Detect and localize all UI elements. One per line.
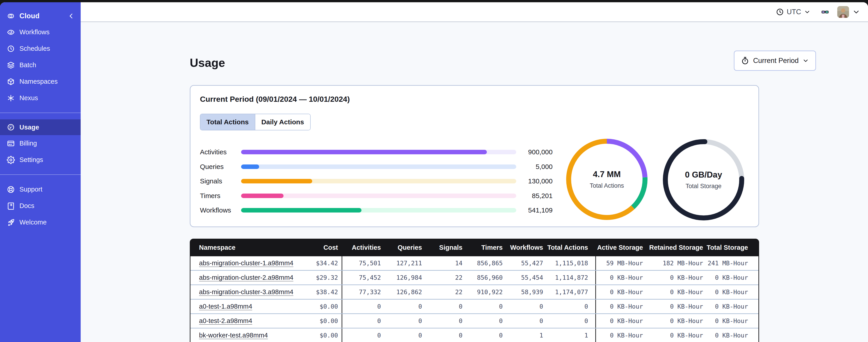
schedules-icon: [7, 45, 15, 53]
table-body: abs-migration-cluster-1.a98mm4$34.4275,5…: [190, 256, 759, 342]
total-storage-donut: 0 GB/Day Total Storage: [660, 137, 746, 223]
cell-workflows: 55,427: [506, 260, 546, 267]
cell-workflows: 58,939: [506, 288, 546, 296]
column-header-workflows: Workflows: [506, 244, 546, 251]
bar-value: 5,000: [516, 163, 553, 171]
sidebar-item-nexus[interactable]: Nexus: [0, 90, 81, 106]
sidebar-item-label: Batch: [20, 61, 36, 69]
cell-timers: 856,960: [466, 274, 506, 281]
cell-retained_storage: 0 KB-Hour: [646, 303, 706, 310]
cell-activities: 0: [342, 314, 384, 328]
avatar: [837, 6, 849, 18]
sidebar-collapse-button[interactable]: [67, 12, 75, 20]
usage-bar-chart: Activities900,000Queries5,000Signals130,…: [200, 145, 553, 218]
cell-total_actions: 1: [546, 332, 595, 339]
sidebar-item-billing[interactable]: Billing: [0, 135, 81, 151]
sidebar-item-settings[interactable]: Settings: [0, 151, 81, 168]
sidebar-nav: WorkflowsSchedulesBatchNamespacesNexusUs…: [0, 24, 81, 231]
sidebar-brand[interactable]: Cloud: [0, 8, 81, 24]
bar-label: Timers: [200, 192, 241, 200]
sidebar-item-schedules[interactable]: Schedules: [0, 40, 81, 57]
cell-active_storage: 0 KB-Hour: [595, 329, 646, 342]
stopwatch-icon: [741, 57, 749, 65]
sidebar-item-label: Usage: [20, 124, 39, 131]
namespaces-icon: [7, 78, 15, 86]
tab-daily-actions[interactable]: Daily Actions: [255, 114, 310, 130]
column-header-cost: Cost: [313, 244, 342, 251]
bar-track: [241, 179, 516, 183]
app-window: Cloud WorkflowsSchedulesBatchNamespacesN…: [0, 2, 868, 342]
cell-namespace: abs-migration-cluster-2.a98mm4: [199, 274, 313, 281]
cell-total_storage: 0 KB-Hour: [706, 332, 758, 339]
sidebar-item-docs[interactable]: Docs: [0, 198, 81, 214]
cell-namespace: bk-worker-test.a98mm4: [199, 332, 313, 339]
cell-total_storage: 0 KB-Hour: [706, 317, 758, 324]
cell-signals: 14: [425, 260, 466, 267]
cell-active_storage: 59 MB-Hour: [595, 256, 646, 270]
cell-activities: 75,501: [342, 256, 384, 270]
bar-fill: [241, 165, 259, 169]
cell-cost: $0.00: [313, 332, 342, 339]
cell-active_storage: 0 KB-Hour: [595, 285, 646, 299]
namespace-link[interactable]: abs-migration-cluster-1.a98mm4: [199, 260, 293, 267]
account-menu[interactable]: [837, 6, 860, 18]
bar-row-queries: Queries5,000: [200, 160, 553, 174]
chevron-down-icon: [804, 8, 811, 15]
cell-signals: 0: [425, 317, 466, 324]
sidebar-item-workflows[interactable]: Workflows: [0, 24, 81, 40]
bar-label: Signals: [200, 177, 241, 185]
column-header-queries: Queries: [384, 244, 425, 251]
billing-icon: [7, 139, 15, 147]
sidebar-item-welcome[interactable]: Welcome: [0, 214, 81, 231]
cell-queries: 127,211: [384, 260, 425, 267]
cell-total_actions: 0: [546, 317, 595, 324]
sidebar-item-support[interactable]: Support: [0, 181, 81, 198]
sidebar-item-label: Settings: [20, 156, 43, 164]
bar-row-workflows: Workflows541,109: [200, 203, 553, 218]
column-header-activities: Activities: [342, 239, 384, 256]
sidebar-item-batch[interactable]: Batch: [0, 57, 81, 73]
cell-total_storage: 0 KB-Hour: [706, 288, 758, 296]
donut-center: 4.7 MM Total Actions: [564, 136, 650, 222]
donut-center: 0 GB/Day Total Storage: [660, 137, 746, 223]
cell-cost: $29.32: [313, 274, 342, 281]
namespace-usage-table: NamespaceCostActivitiesQueriesSignalsTim…: [190, 239, 759, 342]
tab-total-actions[interactable]: Total Actions: [200, 114, 255, 130]
chevron-down-icon: [802, 57, 809, 64]
bar-value: 85,201: [516, 192, 553, 200]
column-header-namespace: Namespace: [199, 244, 313, 251]
clock-icon: [776, 8, 784, 16]
namespace-link[interactable]: abs-migration-cluster-3.a98mm4: [199, 288, 293, 296]
cell-retained_storage: 0 KB-Hour: [646, 274, 706, 281]
sidebar-divider: [0, 174, 81, 175]
cell-workflows: 0: [506, 317, 546, 324]
sidebar-item-label: Support: [20, 186, 42, 193]
period-selector-button[interactable]: Current Period: [734, 50, 816, 71]
sidebar-item-namespaces[interactable]: Namespaces: [0, 73, 81, 90]
cell-active_storage: 0 KB-Hour: [595, 314, 646, 328]
settings-icon: [7, 156, 15, 164]
namespace-link[interactable]: a0-test-2.a98mm4: [199, 317, 252, 324]
donut-value: 0 GB/Day: [685, 170, 722, 179]
cell-signals: 0: [425, 303, 466, 310]
namespace-link[interactable]: a0-test-1.a98mm4: [199, 303, 252, 310]
sidebar-item-usage[interactable]: Usage: [0, 119, 81, 135]
glasses-icon[interactable]: [821, 8, 829, 16]
table-row: abs-migration-cluster-3.a98mm4$38.4277,3…: [190, 285, 758, 300]
donut-subtitle: Total Actions: [590, 182, 624, 189]
timezone-selector[interactable]: UTC: [776, 8, 811, 16]
chevron-down-icon: [852, 8, 860, 16]
docs-icon: [7, 202, 15, 210]
table-row: a0-test-1.a98mm4$0.000000000 KB-Hour0 KB…: [190, 300, 758, 314]
bar-row-signals: Signals130,000: [200, 174, 553, 189]
timezone-label: UTC: [787, 8, 801, 16]
workflows-icon: [7, 28, 15, 36]
column-header-total_storage: Total Storage: [706, 244, 758, 251]
namespace-link[interactable]: bk-worker-test.a98mm4: [199, 332, 268, 339]
bar-label: Activities: [200, 148, 241, 156]
bar-track: [241, 165, 516, 169]
nexus-icon: [7, 94, 15, 102]
namespace-link[interactable]: abs-migration-cluster-2.a98mm4: [199, 274, 293, 281]
sidebar-divider: [0, 112, 81, 113]
cell-retained_storage: 0 KB-Hour: [646, 332, 706, 339]
